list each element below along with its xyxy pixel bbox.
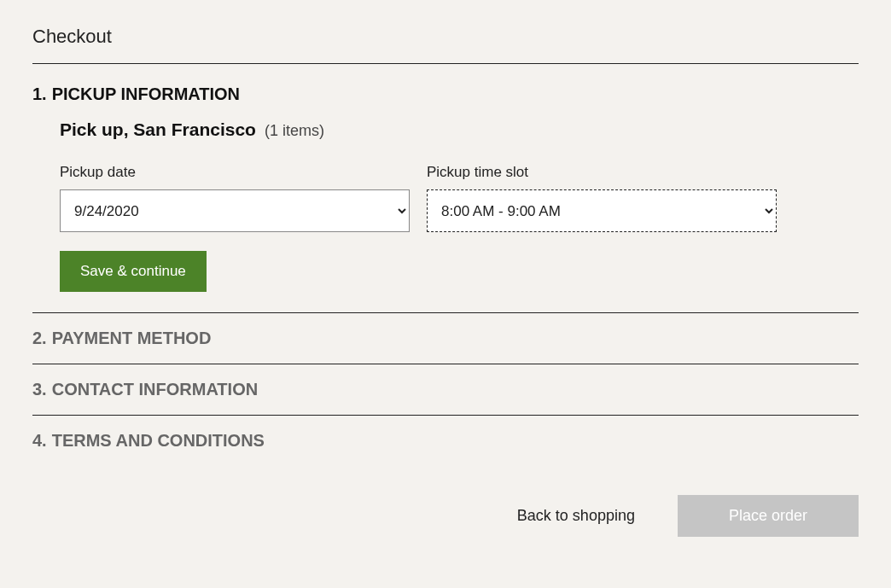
step-number: 1. [32, 84, 47, 104]
step-header-contact: 3. CONTACT INFORMATION [32, 364, 859, 415]
step-header-payment: 2. PAYMENT METHOD [32, 312, 859, 364]
step-title: PAYMENT METHOD [52, 329, 212, 348]
back-to-shopping-link[interactable]: Back to shopping [517, 507, 635, 525]
step-number: 3. [32, 380, 47, 399]
pickup-timeslot-select[interactable]: 8:00 AM - 9:00 AM [427, 189, 777, 232]
pickup-location: Pick up, San Francisco [60, 119, 256, 140]
pickup-timeslot-label: Pickup time slot [427, 164, 777, 181]
step-number: 4. [32, 431, 47, 451]
step-contact-information[interactable]: 3. CONTACT INFORMATION [32, 364, 859, 415]
pickup-form-row: Pickup date 9/24/2020 Pickup time slot 8… [60, 164, 859, 232]
step-body-pickup: Pick up, San Francisco (1 items) Pickup … [32, 119, 859, 312]
step-pickup-information: 1. PICKUP INFORMATION Pick up, San Franc… [32, 84, 859, 312]
checkout-actions: Back to shopping Place order [32, 495, 859, 537]
pickup-date-select[interactable]: 9/24/2020 [60, 189, 410, 232]
step-terms-and-conditions[interactable]: 4. TERMS AND CONDITIONS [32, 415, 859, 466]
step-header-terms: 4. TERMS AND CONDITIONS [32, 415, 859, 466]
step-header-pickup: 1. PICKUP INFORMATION [32, 84, 859, 119]
step-number: 2. [32, 329, 47, 348]
items-count: (1 items) [265, 122, 324, 140]
step-payment-method[interactable]: 2. PAYMENT METHOD [32, 312, 859, 364]
step-title: PICKUP INFORMATION [52, 84, 240, 104]
pickup-date-label: Pickup date [60, 164, 410, 181]
pickup-location-line: Pick up, San Francisco (1 items) [60, 119, 859, 140]
step-title: CONTACT INFORMATION [52, 380, 258, 399]
place-order-button[interactable]: Place order [678, 495, 859, 537]
pickup-timeslot-field: Pickup time slot 8:00 AM - 9:00 AM [427, 164, 777, 232]
pickup-date-field: Pickup date 9/24/2020 [60, 164, 410, 232]
step-title: TERMS AND CONDITIONS [52, 431, 265, 451]
save-continue-button[interactable]: Save & continue [60, 251, 207, 292]
page-title: Checkout [32, 26, 859, 64]
